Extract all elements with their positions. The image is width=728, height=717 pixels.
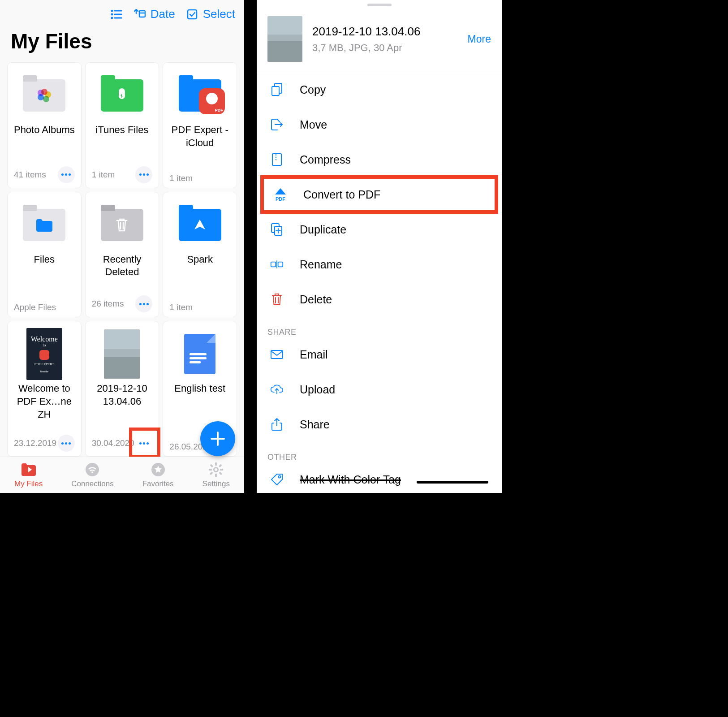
section-share-label: SHARE bbox=[257, 317, 502, 337]
action-share[interactable]: Share bbox=[257, 407, 502, 442]
action-convert-to-pdf[interactable]: PDF Convert to PDF bbox=[260, 175, 498, 214]
folder-pdf-expert-icloud[interactable]: PDF Expert - iCloud 1 item bbox=[163, 62, 237, 188]
add-button[interactable] bbox=[200, 421, 235, 456]
card-sub: 41 items bbox=[14, 170, 46, 180]
svg-rect-6 bbox=[139, 11, 145, 17]
folder-recently-deleted[interactable]: Recently Deleted 26 items bbox=[85, 192, 159, 318]
action-move[interactable]: Move bbox=[257, 107, 502, 142]
copy-icon bbox=[270, 83, 284, 96]
svg-rect-23 bbox=[219, 464, 222, 467]
sort-date-label: Date bbox=[151, 7, 175, 21]
file-more-link[interactable]: More bbox=[468, 33, 491, 45]
svg-rect-25 bbox=[272, 86, 279, 95]
svg-point-4 bbox=[112, 17, 112, 18]
tag-icon bbox=[270, 473, 284, 486]
svg-rect-19 bbox=[220, 469, 223, 471]
nav-label: Settings bbox=[202, 479, 230, 488]
file-thumbnail bbox=[267, 16, 302, 62]
svg-point-24 bbox=[215, 468, 217, 471]
card-sub: 26 items bbox=[92, 299, 124, 309]
more-dots-icon bbox=[61, 442, 71, 445]
more-dots-icon bbox=[139, 303, 149, 305]
svg-rect-8 bbox=[188, 10, 197, 19]
action-copy[interactable]: Copy bbox=[257, 72, 502, 107]
more-button[interactable] bbox=[58, 166, 75, 183]
more-button[interactable] bbox=[135, 166, 152, 183]
card-sub: 1 item bbox=[92, 170, 115, 180]
file-meta: 3,7 MB, JPG, 30 Apr bbox=[312, 42, 458, 54]
svg-rect-20 bbox=[210, 464, 214, 467]
action-email[interactable]: Email bbox=[257, 337, 502, 372]
view-mode-button[interactable] bbox=[110, 7, 123, 21]
folder-photo-albums[interactable]: Photo Albums 41 items bbox=[7, 62, 82, 188]
card-name: English test bbox=[174, 382, 225, 407]
convert-pdf-icon: PDF bbox=[274, 188, 287, 201]
upload-cloud-icon bbox=[270, 383, 284, 396]
share-icon bbox=[270, 418, 284, 431]
nav-label: My Files bbox=[14, 479, 43, 488]
action-rename[interactable]: Rename bbox=[257, 247, 502, 282]
card-name: Photo Albums bbox=[14, 124, 75, 149]
top-toolbar: Date Select bbox=[0, 0, 244, 25]
action-upload[interactable]: Upload bbox=[257, 372, 502, 407]
nav-connections[interactable]: Connections bbox=[71, 462, 114, 488]
nav-settings[interactable]: Settings bbox=[202, 462, 230, 488]
photos-icon bbox=[38, 89, 51, 102]
pdf-expert-app-icon bbox=[199, 88, 225, 114]
svg-point-2 bbox=[112, 14, 112, 15]
trash-folder-icon bbox=[101, 209, 143, 241]
nav-my-files[interactable]: My Files bbox=[14, 462, 43, 488]
more-button[interactable] bbox=[135, 295, 152, 312]
card-sub: 23.12.2019 bbox=[14, 438, 56, 448]
file-welcome-pdf[interactable]: WelcometoPDF EXPERTReaddle Welcome to PD… bbox=[7, 321, 82, 457]
action-label: Upload bbox=[300, 383, 335, 396]
select-check-icon bbox=[186, 9, 198, 20]
action-duplicate[interactable]: Duplicate bbox=[257, 212, 502, 247]
card-sub: 1 item bbox=[169, 302, 193, 312]
plus-icon bbox=[210, 431, 226, 447]
folder-itunes-files[interactable]: iTunes Files 1 item bbox=[85, 62, 159, 188]
file-header: 2019-12-10 13.04.06 3,7 MB, JPG, 30 Apr … bbox=[257, 12, 502, 72]
svg-rect-22 bbox=[210, 471, 213, 475]
card-name: iTunes Files bbox=[96, 124, 149, 149]
wifi-icon bbox=[84, 462, 101, 477]
more-dots-icon bbox=[61, 173, 71, 176]
more-button[interactable] bbox=[58, 435, 75, 452]
photos-folder-icon bbox=[23, 79, 65, 112]
card-name: 2019-12-10 13.04.06 bbox=[89, 382, 155, 408]
sort-date-button[interactable]: Date bbox=[134, 7, 175, 21]
card-sub: Apple Files bbox=[14, 302, 56, 312]
delete-icon bbox=[270, 293, 284, 306]
welcome-pdf-thumbnail: WelcometoPDF EXPERTReaddle bbox=[26, 328, 62, 380]
action-label: Duplicate bbox=[300, 223, 346, 236]
folder-files[interactable]: Files Apple Files bbox=[7, 192, 82, 318]
action-delete[interactable]: Delete bbox=[257, 282, 502, 317]
folder-spark[interactable]: Spark 1 item bbox=[163, 192, 237, 318]
card-name: Files bbox=[34, 253, 55, 278]
files-folder-icon bbox=[23, 209, 65, 241]
itunes-folder-icon bbox=[101, 79, 143, 112]
card-sub: 30.04.2020 bbox=[92, 438, 134, 448]
svg-text:PDF: PDF bbox=[276, 196, 285, 202]
compress-icon bbox=[270, 153, 284, 166]
more-button[interactable] bbox=[135, 435, 152, 452]
file-photo-2019[interactable]: 2019-12-10 13.04.06 30.04.2020 bbox=[85, 321, 159, 457]
select-button[interactable]: Select bbox=[186, 7, 235, 21]
star-icon bbox=[150, 462, 167, 477]
svg-point-37 bbox=[279, 476, 281, 478]
action-compress[interactable]: Compress bbox=[257, 142, 502, 177]
duplicate-icon bbox=[270, 223, 284, 236]
action-mark-color-tag[interactable]: Mark With Color Tag bbox=[257, 462, 502, 491]
my-files-screen: Date Select My Files Photo Albums 41 ite… bbox=[0, 0, 244, 493]
svg-rect-16 bbox=[215, 462, 217, 466]
nav-favorites[interactable]: Favorites bbox=[142, 462, 174, 488]
card-sub: 1 item bbox=[169, 173, 193, 183]
sheet-handle[interactable] bbox=[367, 4, 392, 6]
document-icon bbox=[184, 334, 215, 374]
action-label: Copy bbox=[300, 83, 326, 96]
svg-rect-26 bbox=[272, 154, 281, 165]
svg-rect-33 bbox=[278, 262, 283, 267]
file-actions-sheet: 2019-12-10 13.04.06 3,7 MB, JPG, 30 Apr … bbox=[244, 0, 502, 493]
svg-rect-35 bbox=[271, 350, 283, 358]
page-title: My Files bbox=[0, 25, 244, 62]
